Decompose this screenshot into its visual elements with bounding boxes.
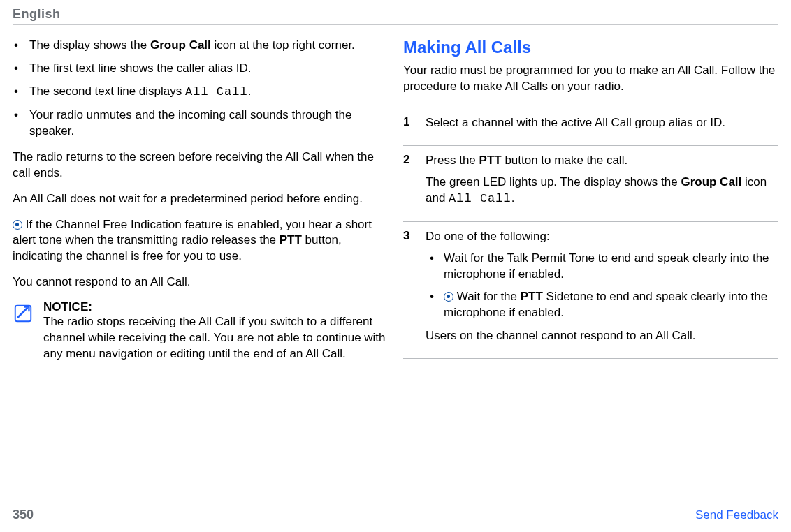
list-item: • Wait for the PTT Sidetone to end and s… [426,289,778,321]
step-number: 1 [403,115,426,137]
bullet-dot: • [430,251,444,283]
bullet-text: The first text line shows the caller ali… [29,61,388,77]
info-icon [13,220,22,230]
step-text: The green LED lights up. The display sho… [426,175,778,207]
text-segment: icon at the top right corner. [211,38,355,52]
bullet-text: The second text line displays All Call. [29,84,388,101]
notice-label: NOTICE: [43,300,388,314]
footer: 350 Send Feedback [13,508,778,522]
left-column: • The display shows the Group Call icon … [13,38,388,362]
step-body: Select a channel with the active All Cal… [426,115,778,137]
paragraph: You cannot respond to an All Call. [13,274,388,290]
text-segment: . [248,84,252,98]
step-item: 2 Press the PTT button to make the call.… [403,145,778,221]
text-segment: The green LED lights up. The display sho… [426,175,681,189]
text-bold: PTT [479,154,502,167]
steps-list: 1 Select a channel with the active All C… [403,108,778,359]
text-segment: Wait for the [457,290,521,303]
right-column: Making All Calls Your radio must be prog… [403,38,778,362]
paragraph: An All Call does not wait for a predeter… [13,191,388,207]
text-segment: . [511,191,515,205]
list-item: • Wait for the Talk Permit Tone to end a… [426,251,778,283]
info-icon [444,292,453,302]
bullet-dot: • [430,289,444,321]
bullet-dot: • [13,38,29,54]
bullet-text: The display shows the Group Call icon at… [29,38,388,54]
step-text: Select a channel with the active All Cal… [426,115,778,131]
text-bold: PTT [280,233,302,246]
paragraph: The radio returns to the screen before r… [13,149,388,182]
step-item: 1 Select a channel with the active All C… [403,108,778,145]
list-item: • The first text line shows the caller a… [13,61,388,77]
notice-block: NOTICE: The radio stops receiving the Al… [13,300,388,362]
bullet-dot: • [13,108,29,140]
paragraph: If the Channel Free Indication feature i… [13,217,388,265]
text-segment: The display shows the [29,38,150,52]
bullet-dot: • [13,84,29,101]
text-bold: Group Call [681,175,741,189]
text-bold: PTT [521,290,543,303]
step-text: Press the PTT button to make the call. [426,153,778,169]
text-segment: The second text line displays [29,84,185,98]
send-feedback-link[interactable]: Send Feedback [695,508,778,522]
bullet-text: Your radio unmutes and the incoming call… [29,108,388,140]
step-sub-bullets: • Wait for the Talk Permit Tone to end a… [426,251,778,322]
list-item: • The display shows the Group Call icon … [13,38,388,54]
header-language: English [13,7,778,22]
step-number: 2 [403,153,426,213]
text-mono: All Call [449,192,511,205]
list-item: • The second text line displays All Call… [13,84,388,101]
step-number: 3 [403,229,426,350]
bullet-text: Wait for the Talk Permit Tone to end and… [444,251,778,283]
step-text: Users on the channel cannot respond to a… [426,328,778,344]
step-item: 3 Do one of the following: • Wait for th… [403,221,778,360]
page-number: 350 [13,508,34,522]
text-segment: Press the [426,154,479,167]
notice-body: NOTICE: The radio stops receiving the Al… [43,300,388,362]
list-item: • Your radio unmutes and the incoming ca… [13,108,388,140]
header-divider [13,24,778,25]
text-mono: All Call [185,85,248,98]
text-segment: button to make the call. [502,154,628,167]
step-text: Do one of the following: [426,229,778,245]
step-body: Do one of the following: • Wait for the … [426,229,778,350]
section-title: Making All Calls [403,38,778,57]
notice-icon [13,300,43,362]
bullet-dot: • [13,61,29,77]
text-bold: Group Call [150,38,211,52]
content-columns: • The display shows the Group Call icon … [13,38,778,362]
left-bulleted-list: • The display shows the Group Call icon … [13,38,388,140]
bullet-text: Wait for the PTT Sidetone to end and spe… [444,289,778,321]
notice-text: The radio stops receiving the All Call i… [43,314,388,362]
svg-line-1 [18,309,27,318]
step-body: Press the PTT button to make the call. T… [426,153,778,213]
section-intro: Your radio must be programmed for you to… [403,63,778,95]
